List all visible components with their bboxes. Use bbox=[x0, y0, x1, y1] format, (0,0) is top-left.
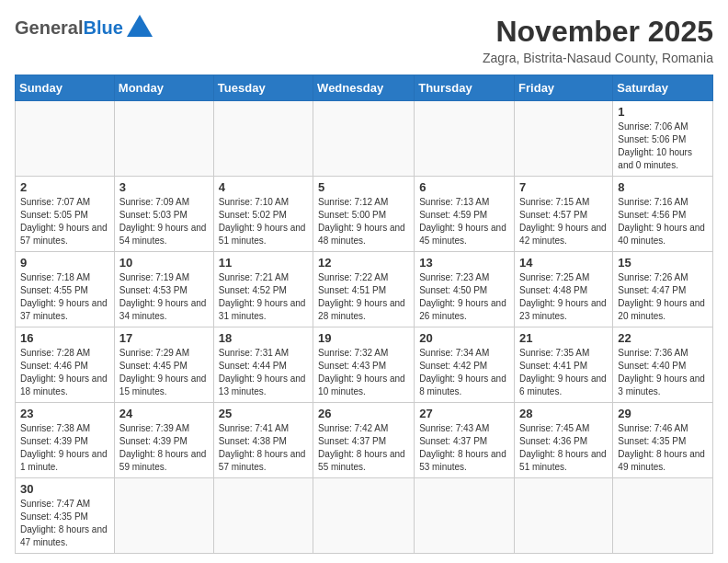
day-number: 8 bbox=[618, 180, 708, 194]
day-number: 22 bbox=[618, 331, 708, 345]
day-cell: 12Sunrise: 7:22 AM Sunset: 4:51 PM Dayli… bbox=[313, 252, 415, 327]
day-cell: 22Sunrise: 7:36 AM Sunset: 4:40 PM Dayli… bbox=[613, 327, 713, 403]
week-row-1: 1Sunrise: 7:06 AM Sunset: 5:06 PM Daylig… bbox=[16, 101, 713, 177]
day-info: Sunrise: 7:36 AM Sunset: 4:40 PM Dayligh… bbox=[618, 347, 708, 398]
logo-general-text: General bbox=[15, 17, 83, 39]
day-number: 18 bbox=[219, 331, 308, 345]
day-info: Sunrise: 7:47 AM Sunset: 4:35 PM Dayligh… bbox=[20, 498, 109, 549]
day-number: 27 bbox=[419, 407, 509, 420]
day-number: 1 bbox=[618, 105, 708, 119]
day-number: 16 bbox=[20, 331, 109, 345]
day-cell: 5Sunrise: 7:12 AM Sunset: 5:00 PM Daylig… bbox=[313, 177, 415, 252]
day-info: Sunrise: 7:10 AM Sunset: 5:02 PM Dayligh… bbox=[219, 196, 308, 247]
day-info: Sunrise: 7:32 AM Sunset: 4:43 PM Dayligh… bbox=[318, 347, 409, 398]
day-number: 17 bbox=[119, 331, 209, 345]
weekday-header-saturday: Saturday bbox=[613, 75, 713, 101]
day-info: Sunrise: 7:38 AM Sunset: 4:39 PM Dayligh… bbox=[20, 422, 109, 474]
day-info: Sunrise: 7:07 AM Sunset: 5:05 PM Dayligh… bbox=[20, 196, 109, 247]
day-info: Sunrise: 7:41 AM Sunset: 4:38 PM Dayligh… bbox=[219, 422, 308, 474]
weekday-header-thursday: Thursday bbox=[415, 75, 515, 101]
day-number: 5 bbox=[318, 180, 409, 194]
calendar-table: SundayMondayTuesdayWednesdayThursdayFrid… bbox=[15, 75, 713, 554]
day-cell bbox=[313, 478, 415, 554]
day-cell: 13Sunrise: 7:23 AM Sunset: 4:50 PM Dayli… bbox=[415, 252, 515, 327]
page-header: General Blue November 2025 Zagra, Bistri… bbox=[15, 15, 713, 65]
location-title: Zagra, Bistrita-Nasaud County, Romania bbox=[483, 51, 713, 65]
week-row-2: 2Sunrise: 7:07 AM Sunset: 5:05 PM Daylig… bbox=[16, 177, 713, 252]
day-info: Sunrise: 7:45 AM Sunset: 4:36 PM Dayligh… bbox=[519, 422, 608, 474]
day-cell: 18Sunrise: 7:31 AM Sunset: 4:44 PM Dayli… bbox=[213, 327, 313, 403]
week-row-6: 30Sunrise: 7:47 AM Sunset: 4:35 PM Dayli… bbox=[16, 478, 713, 554]
day-number: 6 bbox=[419, 180, 509, 194]
day-info: Sunrise: 7:31 AM Sunset: 4:44 PM Dayligh… bbox=[219, 347, 308, 398]
day-info: Sunrise: 7:06 AM Sunset: 5:06 PM Dayligh… bbox=[618, 121, 708, 172]
day-info: Sunrise: 7:18 AM Sunset: 4:55 PM Dayligh… bbox=[20, 271, 109, 323]
weekday-header-sunday: Sunday bbox=[16, 75, 115, 101]
day-info: Sunrise: 7:13 AM Sunset: 4:59 PM Dayligh… bbox=[419, 196, 509, 247]
day-info: Sunrise: 7:34 AM Sunset: 4:42 PM Dayligh… bbox=[419, 347, 509, 398]
day-cell: 21Sunrise: 7:35 AM Sunset: 4:41 PM Dayli… bbox=[515, 327, 613, 403]
day-number: 2 bbox=[20, 180, 109, 194]
day-number: 19 bbox=[318, 331, 409, 345]
day-info: Sunrise: 7:16 AM Sunset: 4:56 PM Dayligh… bbox=[618, 196, 708, 247]
weekday-header-tuesday: Tuesday bbox=[213, 75, 313, 101]
day-number: 20 bbox=[419, 331, 509, 345]
day-info: Sunrise: 7:26 AM Sunset: 4:47 PM Dayligh… bbox=[618, 271, 708, 323]
day-number: 29 bbox=[618, 407, 708, 420]
week-row-5: 23Sunrise: 7:38 AM Sunset: 4:39 PM Dayli… bbox=[16, 403, 713, 478]
day-cell bbox=[114, 101, 213, 177]
day-number: 10 bbox=[119, 256, 209, 270]
day-cell: 20Sunrise: 7:34 AM Sunset: 4:42 PM Dayli… bbox=[415, 327, 515, 403]
day-cell: 14Sunrise: 7:25 AM Sunset: 4:48 PM Dayli… bbox=[515, 252, 613, 327]
day-cell: 23Sunrise: 7:38 AM Sunset: 4:39 PM Dayli… bbox=[16, 403, 115, 478]
logo-icon bbox=[127, 15, 153, 40]
day-cell bbox=[415, 478, 515, 554]
day-info: Sunrise: 7:25 AM Sunset: 4:48 PM Dayligh… bbox=[519, 271, 608, 323]
day-number: 12 bbox=[318, 256, 409, 270]
day-cell bbox=[515, 478, 613, 554]
day-cell: 17Sunrise: 7:29 AM Sunset: 4:45 PM Dayli… bbox=[114, 327, 213, 403]
day-cell: 27Sunrise: 7:43 AM Sunset: 4:37 PM Dayli… bbox=[415, 403, 515, 478]
day-cell: 8Sunrise: 7:16 AM Sunset: 4:56 PM Daylig… bbox=[613, 177, 713, 252]
svg-marker-0 bbox=[127, 15, 153, 37]
day-cell: 10Sunrise: 7:19 AM Sunset: 4:53 PM Dayli… bbox=[114, 252, 213, 327]
day-info: Sunrise: 7:19 AM Sunset: 4:53 PM Dayligh… bbox=[119, 271, 209, 323]
day-cell: 25Sunrise: 7:41 AM Sunset: 4:38 PM Dayli… bbox=[213, 403, 313, 478]
day-cell: 9Sunrise: 7:18 AM Sunset: 4:55 PM Daylig… bbox=[16, 252, 115, 327]
day-number: 21 bbox=[519, 331, 608, 345]
weekday-header-row: SundayMondayTuesdayWednesdayThursdayFrid… bbox=[16, 75, 713, 101]
weekday-header-friday: Friday bbox=[515, 75, 613, 101]
day-number: 25 bbox=[219, 407, 308, 420]
day-cell: 15Sunrise: 7:26 AM Sunset: 4:47 PM Dayli… bbox=[613, 252, 713, 327]
day-info: Sunrise: 7:35 AM Sunset: 4:41 PM Dayligh… bbox=[519, 347, 608, 398]
day-cell: 7Sunrise: 7:15 AM Sunset: 4:57 PM Daylig… bbox=[515, 177, 613, 252]
day-info: Sunrise: 7:22 AM Sunset: 4:51 PM Dayligh… bbox=[318, 271, 409, 323]
day-cell: 16Sunrise: 7:28 AM Sunset: 4:46 PM Dayli… bbox=[16, 327, 115, 403]
day-number: 24 bbox=[119, 407, 209, 420]
day-info: Sunrise: 7:12 AM Sunset: 5:00 PM Dayligh… bbox=[318, 196, 409, 247]
logo-blue-text: Blue bbox=[83, 17, 122, 39]
day-cell bbox=[515, 101, 613, 177]
day-cell: 24Sunrise: 7:39 AM Sunset: 4:39 PM Dayli… bbox=[114, 403, 213, 478]
day-number: 7 bbox=[519, 180, 608, 194]
day-number: 9 bbox=[20, 256, 109, 270]
title-area: November 2025 Zagra, Bistrita-Nasaud Cou… bbox=[483, 15, 713, 65]
weekday-header-monday: Monday bbox=[114, 75, 213, 101]
week-row-3: 9Sunrise: 7:18 AM Sunset: 4:55 PM Daylig… bbox=[16, 252, 713, 327]
day-info: Sunrise: 7:15 AM Sunset: 4:57 PM Dayligh… bbox=[519, 196, 608, 247]
day-cell: 30Sunrise: 7:47 AM Sunset: 4:35 PM Dayli… bbox=[16, 478, 115, 554]
day-number: 26 bbox=[318, 407, 409, 420]
week-row-4: 16Sunrise: 7:28 AM Sunset: 4:46 PM Dayli… bbox=[16, 327, 713, 403]
day-cell bbox=[613, 478, 713, 554]
day-info: Sunrise: 7:28 AM Sunset: 4:46 PM Dayligh… bbox=[20, 347, 109, 398]
weekday-header-wednesday: Wednesday bbox=[313, 75, 415, 101]
day-cell: 26Sunrise: 7:42 AM Sunset: 4:37 PM Dayli… bbox=[313, 403, 415, 478]
day-number: 11 bbox=[219, 256, 308, 270]
day-number: 4 bbox=[219, 180, 308, 194]
day-number: 15 bbox=[618, 256, 708, 270]
day-number: 28 bbox=[519, 407, 608, 420]
day-cell bbox=[313, 101, 415, 177]
day-info: Sunrise: 7:43 AM Sunset: 4:37 PM Dayligh… bbox=[419, 422, 509, 474]
day-cell: 28Sunrise: 7:45 AM Sunset: 4:36 PM Dayli… bbox=[515, 403, 613, 478]
day-cell: 19Sunrise: 7:32 AM Sunset: 4:43 PM Dayli… bbox=[313, 327, 415, 403]
